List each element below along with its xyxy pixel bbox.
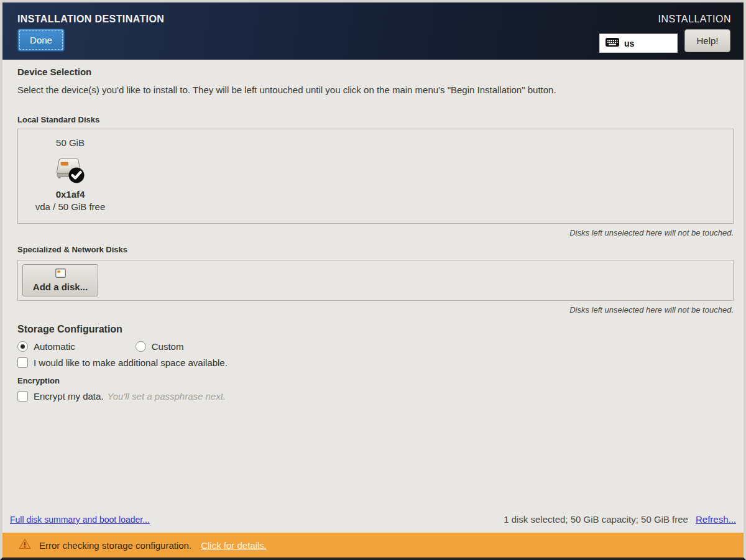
- encryption-heading: Encryption: [17, 376, 734, 385]
- footer-bar: Full disk summary and boot loader... 1 d…: [10, 514, 736, 525]
- hub-label: INSTALLATION: [658, 14, 731, 25]
- device-selection-description: Select the device(s) you'd like to insta…: [17, 85, 734, 95]
- add-disk-button[interactable]: Add a disk...: [22, 264, 98, 296]
- unselected-note-2: Disks left unselected here will not be t…: [17, 305, 734, 314]
- radio-automatic-label: Automatic: [34, 341, 75, 352]
- radio-custom[interactable]: Custom: [136, 341, 184, 352]
- unselected-note: Disks left unselected here will not be t…: [17, 228, 734, 237]
- header-bar: INSTALLATION DESTINATION Done INSTALLATI…: [2, 2, 744, 60]
- keyboard-layout-indicator[interactable]: us: [599, 34, 678, 53]
- special-disks-heading: Specialized & Network Disks: [17, 245, 734, 254]
- done-button[interactable]: Done: [17, 29, 65, 52]
- warning-details-link[interactable]: Click for details.: [201, 540, 267, 551]
- warning-triangle-icon: [19, 538, 31, 552]
- selection-status: 1 disk selected; 50 GiB capacity; 50 GiB…: [504, 514, 688, 525]
- warning-message: Error checking storage configuration.: [39, 540, 191, 551]
- local-disks-heading: Local Standard Disks: [17, 115, 734, 124]
- hard-drive-icon: [53, 155, 88, 185]
- add-disk-label: Add a disk...: [33, 282, 88, 292]
- disk-size: 50 GiB: [56, 137, 85, 148]
- disk-details: vda / 50 GiB free: [35, 201, 106, 212]
- encrypt-hint: You'll set a passphrase next.: [108, 391, 226, 402]
- radio-custom-control[interactable]: [136, 341, 146, 352]
- device-selection-heading: Device Selection: [17, 67, 734, 77]
- radio-automatic[interactable]: Automatic: [17, 341, 75, 352]
- partitioning-options: Automatic Custom: [17, 341, 734, 352]
- storage-config-heading: Storage Configuration: [17, 324, 734, 335]
- page-title: INSTALLATION DESTINATION: [17, 14, 164, 25]
- spacer: [17, 402, 734, 514]
- encrypt-option[interactable]: Encrypt my data. You'll set a passphrase…: [17, 391, 734, 402]
- help-button[interactable]: Help!: [684, 29, 730, 52]
- radio-automatic-control[interactable]: [17, 341, 28, 352]
- disk-name: 0x1af4: [56, 189, 85, 200]
- extra-space-option[interactable]: I would like to make additional space av…: [17, 357, 734, 368]
- keyboard-icon: [606, 38, 619, 49]
- special-disks-panel: Add a disk...: [17, 260, 734, 301]
- warning-bar: Error checking storage configuration. Cl…: [2, 533, 744, 558]
- refresh-link[interactable]: Refresh...: [696, 514, 736, 525]
- radio-custom-label: Custom: [152, 341, 184, 352]
- local-disks-panel: 50 GiB: [17, 129, 734, 224]
- encrypt-label: Encrypt my data.: [34, 391, 104, 402]
- disk-summary-link[interactable]: Full disk summary and boot loader...: [10, 515, 150, 525]
- extra-space-checkbox[interactable]: [17, 357, 28, 368]
- main-content: Device Selection Select the device(s) yo…: [2, 60, 744, 533]
- encrypt-checkbox[interactable]: [17, 391, 28, 402]
- disk-tile[interactable]: 50 GiB: [18, 129, 122, 212]
- extra-space-label: I would like to make additional space av…: [34, 357, 228, 368]
- installer-window: INSTALLATION DESTINATION Done INSTALLATI…: [0, 0, 746, 560]
- small-disk-icon: [55, 269, 66, 280]
- keyboard-layout-value: us: [624, 39, 634, 48]
